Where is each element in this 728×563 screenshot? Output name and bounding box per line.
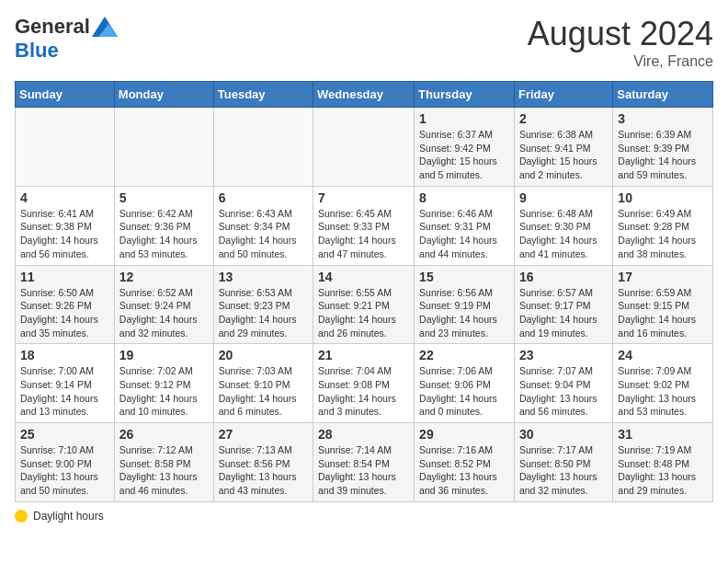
calendar-header-monday: Monday [114, 82, 213, 108]
day-info: Sunrise: 7:10 AM Sunset: 9:00 PM Dayligh… [20, 443, 109, 498]
day-number: 15 [419, 270, 509, 284]
day-info: Sunrise: 7:12 AM Sunset: 8:58 PM Dayligh… [119, 443, 209, 498]
title-section: August 2024 Vire, France [528, 15, 713, 70]
calendar-cell: 3Sunrise: 6:39 AM Sunset: 9:39 PM Daylig… [613, 108, 713, 187]
day-info: Sunrise: 7:09 AM Sunset: 9:02 PM Dayligh… [618, 364, 708, 419]
calendar-cell: 27Sunrise: 7:13 AM Sunset: 8:56 PM Dayli… [213, 423, 313, 502]
calendar-header-thursday: Thursday [415, 82, 515, 108]
logo-general-text: General [15, 15, 90, 39]
day-info: Sunrise: 6:46 AM Sunset: 9:31 PM Dayligh… [419, 207, 509, 261]
calendar-cell: 11Sunrise: 6:50 AM Sunset: 9:26 PM Dayli… [16, 265, 115, 344]
calendar-cell: 5Sunrise: 6:42 AM Sunset: 9:36 PM Daylig… [114, 186, 213, 265]
day-info: Sunrise: 6:41 AM Sunset: 9:38 PM Dayligh… [20, 207, 109, 261]
day-info: Sunrise: 6:42 AM Sunset: 9:36 PM Dayligh… [119, 207, 209, 261]
day-number: 30 [519, 427, 608, 442]
day-info: Sunrise: 6:49 AM Sunset: 9:28 PM Dayligh… [618, 207, 708, 261]
calendar-cell: 31Sunrise: 7:19 AM Sunset: 8:48 PM Dayli… [613, 423, 713, 502]
day-info: Sunrise: 6:52 AM Sunset: 9:24 PM Dayligh… [119, 286, 209, 340]
calendar-cell [16, 108, 115, 187]
calendar-cell: 10Sunrise: 6:49 AM Sunset: 9:28 PM Dayli… [613, 186, 713, 265]
calendar-header-saturday: Saturday [613, 82, 713, 108]
calendar-cell [213, 108, 313, 187]
day-info: Sunrise: 7:14 AM Sunset: 8:54 PM Dayligh… [318, 443, 409, 498]
day-number: 23 [519, 348, 608, 362]
calendar-cell: 25Sunrise: 7:10 AM Sunset: 9:00 PM Dayli… [16, 423, 115, 502]
logo-blue-text: Blue [15, 39, 59, 62]
day-info: Sunrise: 7:02 AM Sunset: 9:12 PM Dayligh… [119, 364, 209, 419]
calendar-header-tuesday: Tuesday [213, 82, 313, 108]
day-info: Sunrise: 6:50 AM Sunset: 9:26 PM Dayligh… [20, 286, 109, 340]
calendar-cell: 9Sunrise: 6:48 AM Sunset: 9:30 PM Daylig… [514, 186, 612, 265]
logo-icon [92, 17, 118, 37]
calendar-header-row: SundayMondayTuesdayWednesdayThursdayFrid… [16, 82, 713, 108]
calendar-cell: 29Sunrise: 7:16 AM Sunset: 8:52 PM Dayli… [415, 423, 515, 502]
day-number: 9 [519, 190, 608, 205]
calendar-cell: 19Sunrise: 7:02 AM Sunset: 9:12 PM Dayli… [114, 344, 213, 423]
calendar-cell: 28Sunrise: 7:14 AM Sunset: 8:54 PM Dayli… [313, 423, 415, 502]
legend-label: Daylight hours [33, 510, 104, 523]
day-number: 6 [219, 190, 308, 205]
day-info: Sunrise: 6:57 AM Sunset: 9:17 PM Dayligh… [519, 286, 608, 340]
calendar-cell: 16Sunrise: 6:57 AM Sunset: 9:17 PM Dayli… [514, 265, 612, 344]
day-number: 18 [20, 348, 109, 362]
page-header: General Blue August 2024 Vire, France [15, 15, 713, 70]
day-number: 12 [119, 270, 209, 284]
calendar-cell: 2Sunrise: 6:38 AM Sunset: 9:41 PM Daylig… [514, 108, 612, 187]
day-number: 16 [519, 270, 608, 284]
calendar-cell: 12Sunrise: 6:52 AM Sunset: 9:24 PM Dayli… [114, 265, 213, 344]
calendar-cell: 23Sunrise: 7:07 AM Sunset: 9:04 PM Dayli… [514, 344, 612, 423]
day-info: Sunrise: 6:43 AM Sunset: 9:34 PM Dayligh… [219, 207, 308, 261]
day-number: 24 [618, 348, 708, 362]
day-number: 8 [419, 190, 509, 205]
calendar-cell: 20Sunrise: 7:03 AM Sunset: 9:10 PM Dayli… [213, 344, 313, 423]
calendar-header-friday: Friday [514, 82, 612, 108]
calendar-header-wednesday: Wednesday [313, 82, 415, 108]
calendar-cell: 4Sunrise: 6:41 AM Sunset: 9:38 PM Daylig… [16, 186, 115, 265]
calendar-cell: 6Sunrise: 6:43 AM Sunset: 9:34 PM Daylig… [213, 186, 313, 265]
day-info: Sunrise: 7:03 AM Sunset: 9:10 PM Dayligh… [219, 364, 308, 419]
location: Vire, France [528, 53, 713, 70]
calendar-week-2: 4Sunrise: 6:41 AM Sunset: 9:38 PM Daylig… [16, 186, 713, 265]
day-number: 11 [20, 270, 109, 284]
day-number: 17 [618, 270, 708, 284]
day-number: 20 [219, 348, 308, 362]
day-number: 13 [219, 270, 308, 284]
day-number: 5 [119, 190, 209, 205]
calendar-cell: 17Sunrise: 6:59 AM Sunset: 9:15 PM Dayli… [613, 265, 713, 344]
calendar-cell: 8Sunrise: 6:46 AM Sunset: 9:31 PM Daylig… [415, 186, 515, 265]
day-number: 22 [419, 348, 509, 362]
calendar-cell: 15Sunrise: 6:56 AM Sunset: 9:19 PM Dayli… [415, 265, 515, 344]
calendar-week-5: 25Sunrise: 7:10 AM Sunset: 9:00 PM Dayli… [16, 423, 713, 502]
calendar-cell: 7Sunrise: 6:45 AM Sunset: 9:33 PM Daylig… [313, 186, 415, 265]
day-info: Sunrise: 6:38 AM Sunset: 9:41 PM Dayligh… [519, 128, 608, 182]
calendar-cell: 26Sunrise: 7:12 AM Sunset: 8:58 PM Dayli… [114, 423, 213, 502]
day-info: Sunrise: 7:19 AM Sunset: 8:48 PM Dayligh… [618, 443, 708, 498]
calendar-week-3: 11Sunrise: 6:50 AM Sunset: 9:26 PM Dayli… [16, 265, 713, 344]
day-info: Sunrise: 6:37 AM Sunset: 9:42 PM Dayligh… [419, 128, 509, 182]
calendar-cell: 1Sunrise: 6:37 AM Sunset: 9:42 PM Daylig… [415, 108, 515, 187]
calendar-cell: 22Sunrise: 7:06 AM Sunset: 9:06 PM Dayli… [415, 344, 515, 423]
day-number: 29 [419, 427, 509, 442]
day-info: Sunrise: 7:13 AM Sunset: 8:56 PM Dayligh… [219, 443, 308, 498]
day-number: 7 [318, 190, 409, 205]
day-info: Sunrise: 7:17 AM Sunset: 8:50 PM Dayligh… [519, 443, 608, 498]
day-info: Sunrise: 6:56 AM Sunset: 9:19 PM Dayligh… [419, 286, 509, 340]
day-number: 26 [119, 427, 209, 442]
day-info: Sunrise: 6:53 AM Sunset: 9:23 PM Dayligh… [219, 286, 308, 340]
day-number: 3 [618, 111, 708, 126]
calendar-cell: 18Sunrise: 7:00 AM Sunset: 9:14 PM Dayli… [16, 344, 115, 423]
day-info: Sunrise: 7:06 AM Sunset: 9:06 PM Dayligh… [419, 364, 509, 419]
day-info: Sunrise: 6:55 AM Sunset: 9:21 PM Dayligh… [318, 286, 409, 340]
day-number: 31 [618, 427, 708, 442]
day-number: 25 [20, 427, 109, 442]
calendar-cell [313, 108, 415, 187]
calendar-cell: 14Sunrise: 6:55 AM Sunset: 9:21 PM Dayli… [313, 265, 415, 344]
day-number: 2 [519, 111, 608, 126]
month-year: August 2024 [528, 15, 713, 53]
calendar-table: SundayMondayTuesdayWednesdayThursdayFrid… [15, 81, 713, 502]
day-info: Sunrise: 7:16 AM Sunset: 8:52 PM Dayligh… [419, 443, 509, 498]
day-number: 4 [20, 190, 109, 205]
day-info: Sunrise: 7:00 AM Sunset: 9:14 PM Dayligh… [20, 364, 109, 419]
legend-sun-icon [15, 510, 28, 523]
calendar-cell: 13Sunrise: 6:53 AM Sunset: 9:23 PM Dayli… [213, 265, 313, 344]
